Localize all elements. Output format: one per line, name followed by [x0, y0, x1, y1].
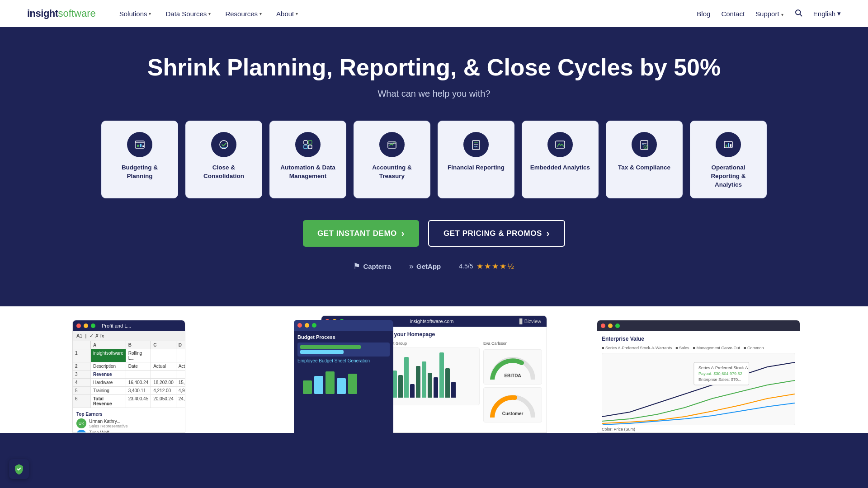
analytics-card: Enterprise Value ■ Series A-Preferred St… [597, 320, 800, 433]
nav-resources[interactable]: Resources ▾ [220, 6, 267, 21]
capterra-label: Capterra [363, 263, 391, 270]
budget-row-1 [297, 343, 390, 357]
gauge-svg-2: Customer [488, 393, 538, 418]
capterra-rating[interactable]: ⚑ Capterra [353, 261, 391, 271]
nav-blog[interactable]: Blog [697, 10, 710, 18]
card-budgeting-planning[interactable]: Budgeting & Planning [101, 121, 178, 199]
line-chart-svg: Series A-Preferred Stock-A Payout: $30,6… [602, 353, 795, 425]
budget-ss-card: Budget Process Employee Budget Sheet Gen… [294, 320, 393, 433]
analytics-content: Enterprise Value ■ Series A-Preferred St… [597, 331, 800, 432]
row-2: 2 [73, 362, 91, 371]
cell-d3 [176, 371, 185, 379]
bar-8 [428, 373, 432, 398]
shield-badge[interactable] [9, 459, 29, 479]
card-automation-data[interactable]: Automation & Data Management [269, 121, 346, 199]
legend-series-b: ■ Sales [675, 346, 689, 350]
cell-d5: 4,900.34 [176, 387, 185, 395]
main-nav: Solutions ▾ Data Sources ▾ Resources ▾ A… [114, 6, 304, 21]
solutions-arrow: ▾ [149, 11, 151, 16]
nav-contact[interactable]: Contact [721, 10, 745, 18]
bizview-brand: ▊ Bizview [519, 319, 541, 324]
svg-rect-32 [348, 374, 357, 394]
language-label: English [813, 10, 835, 18]
logo[interactable]: insightsoftware [27, 8, 96, 19]
gauge-1: EBITDA [483, 349, 542, 385]
top-earners-label: Top Earners [76, 412, 181, 417]
cell-d1 [176, 349, 185, 362]
nav-support[interactable]: Support ▾ [755, 10, 783, 18]
cell-a5: Training [91, 387, 126, 395]
svg-rect-12 [308, 145, 312, 149]
cell-a1: insightsoftware [91, 349, 126, 362]
bar-7 [422, 361, 426, 398]
embedded-label: Embedded Analytics [530, 164, 590, 172]
get-pricing-promos-button[interactable]: GET PRICING & PROMOS › [428, 220, 565, 247]
line-chart: Series A-Preferred Stock-A Payout: $30,6… [602, 353, 795, 425]
get-instant-demo-button[interactable]: GET INSTANT DEMO › [303, 220, 419, 247]
pricing-label: GET PRICING & PROMOS [443, 229, 542, 238]
svg-rect-26 [728, 143, 729, 147]
star-rating: 4.5/5 ★★★★½ [459, 262, 514, 271]
budget-titlebar [294, 320, 393, 331]
legend-common: ■ Common [744, 346, 764, 350]
bar-10 [439, 352, 444, 398]
minimize-dot [84, 324, 88, 328]
gauge-col: Eva Carlsson EBITDA [483, 341, 542, 422]
svg-text:Payout: $30,604,979.52: Payout: $30,604,979.52 [698, 372, 742, 376]
svg-rect-6 [142, 145, 144, 147]
close-icon-wrap [211, 132, 236, 157]
budgeting-icon-wrap [127, 132, 152, 157]
demo-label: GET INSTANT DEMO [317, 229, 397, 238]
cell-b6: 23,400.45 [126, 395, 151, 408]
card-tax-compliance[interactable]: Tax & Compliance [606, 121, 683, 199]
nav-about[interactable]: About ▾ [271, 6, 303, 21]
shield-icon [13, 463, 25, 475]
data-sources-arrow: ▾ [208, 11, 211, 16]
nav-solutions[interactable]: Solutions ▾ [114, 6, 157, 21]
search-icon[interactable] [794, 9, 802, 19]
star-icons: ★★★★½ [476, 262, 514, 271]
avatar-1: UK [76, 418, 86, 428]
row-5: 5 [73, 387, 91, 395]
spreadsheet-card: Profit and L... A1 | ✓ ✗ fx A B C D 1 in… [72, 320, 185, 433]
budget-bar-1 [300, 345, 361, 349]
cell-d6: 24,633... [176, 395, 185, 408]
cell-c5: 4,212.00 [151, 387, 176, 395]
svg-rect-15 [472, 141, 480, 150]
automation-icon [302, 138, 314, 151]
language-arrow: ▾ [837, 9, 841, 18]
getapp-rating[interactable]: » GetApp [409, 262, 441, 271]
card-close-consolidation[interactable]: Close & Consolidation [185, 121, 262, 199]
nav-data-sources[interactable]: Data Sources ▾ [160, 6, 216, 21]
cell-d2: Actual [176, 362, 185, 371]
card-operational-reporting[interactable]: Operational Reporting & Analytics [690, 121, 767, 199]
bar-3 [398, 375, 403, 398]
language-selector[interactable]: English ▾ [813, 9, 841, 18]
row-4: 4 [73, 379, 91, 387]
svg-rect-4 [137, 145, 139, 147]
header-right: Blog Contact Support ▾ English ▾ [697, 9, 841, 19]
row-1: 1 [73, 349, 91, 362]
card-accounting-treasury[interactable]: Accounting & Treasury [354, 121, 430, 199]
dot2 [305, 323, 309, 328]
accounting-icon-wrap [379, 132, 405, 157]
person-list: Top Earners UK Urman Kathry...Sales Repr… [73, 408, 185, 432]
budgeting-icon [133, 138, 146, 151]
pricing-arrow-icon: › [547, 228, 550, 239]
dot-a [601, 324, 605, 328]
card-embedded-analytics[interactable]: Embedded Analytics [522, 121, 599, 199]
color-legend: Color: Price (Sum) [602, 427, 795, 432]
svg-rect-5 [140, 144, 142, 147]
budget-content: Budget Process Employee Budget Sheet Gen… [294, 331, 393, 398]
legend-mgmt: ■ Management Carve-Out [693, 346, 740, 350]
cell-a3: Revenue [91, 371, 126, 379]
resources-arrow: ▾ [259, 11, 262, 16]
accounting-icon [386, 138, 398, 151]
svg-point-21 [644, 145, 647, 149]
card-financial-reporting[interactable]: Financial Reporting [438, 121, 514, 199]
person-1: UK Urman Kathry...Sales Representative [76, 418, 181, 428]
screenshots-inner: Profit and L... A1 | ✓ ✗ fx A B C D 1 in… [0, 306, 868, 433]
ratings-row: ⚑ Capterra » GetApp 4.5/5 ★★★★½ [9, 261, 859, 271]
hero-subtitle: What can we help you with? [9, 89, 859, 99]
close-label: Close & Consolidation [193, 164, 255, 181]
